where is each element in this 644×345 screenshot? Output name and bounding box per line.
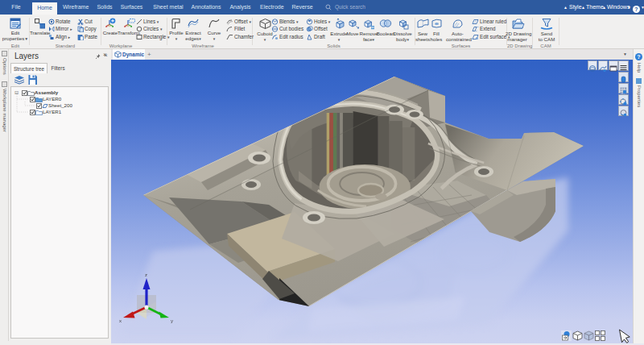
svg-text:y: y [171, 318, 173, 323]
svg-text:z: z [145, 272, 147, 277]
svg-text:x: x [119, 318, 122, 323]
